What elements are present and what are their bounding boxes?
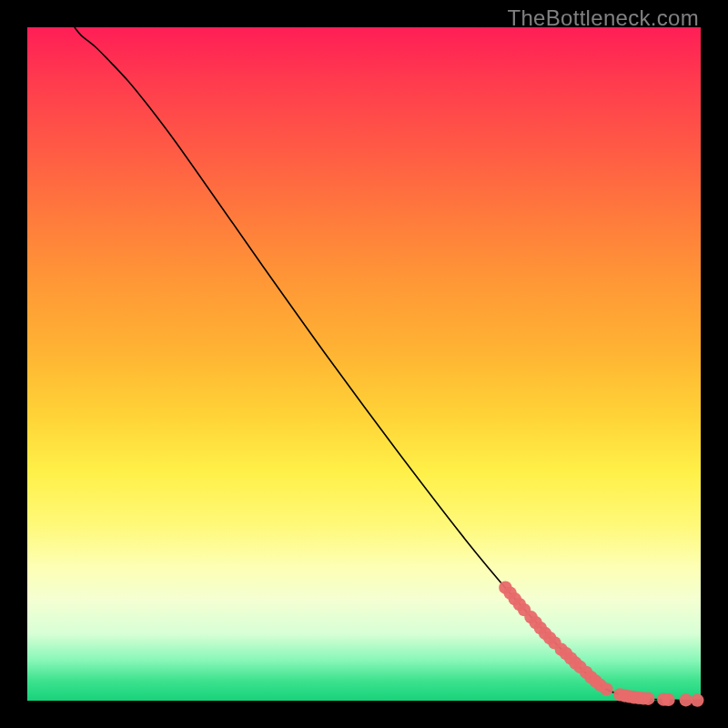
bottleneck-curve bbox=[75, 27, 701, 701]
plot-area bbox=[27, 27, 701, 701]
marker-point bbox=[691, 693, 703, 706]
chart-frame: TheBottleneck.com bbox=[0, 0, 728, 728]
marker-point bbox=[662, 693, 674, 706]
marker-point bbox=[600, 682, 612, 695]
marker-point bbox=[642, 693, 654, 705]
marker-group bbox=[499, 581, 703, 706]
marker-point bbox=[680, 693, 693, 706]
chart-overlay bbox=[27, 27, 701, 701]
